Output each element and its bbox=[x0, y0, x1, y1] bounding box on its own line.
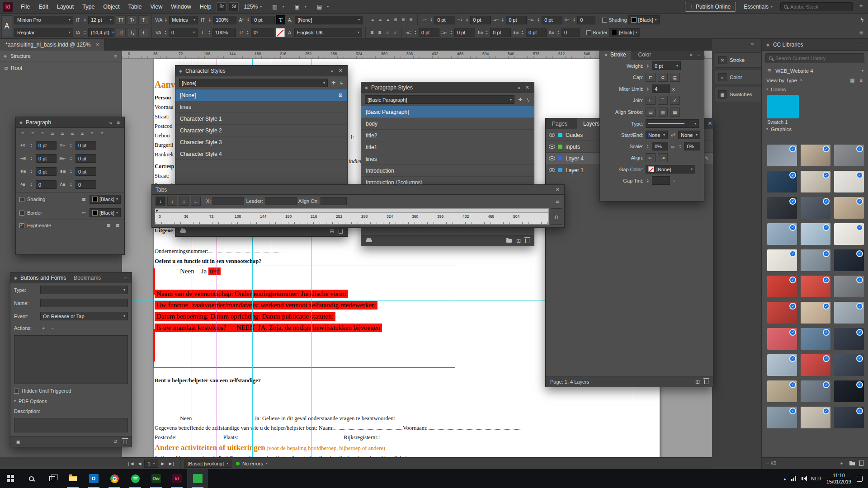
start-scale-field[interactable]: 0% bbox=[652, 142, 668, 150]
shading-checkbox[interactable] bbox=[19, 197, 24, 202]
round-cap-button[interactable]: ⊂ bbox=[658, 73, 668, 82]
graphics-section-header[interactable]: ▾Graphics bbox=[762, 125, 868, 134]
stepper-icon[interactable] bbox=[69, 183, 73, 187]
space-before-field[interactable]: 0 pt bbox=[506, 16, 527, 24]
stock-button[interactable]: St bbox=[229, 2, 239, 11]
page-number-select[interactable]: 1▾ bbox=[144, 460, 158, 468]
library-graphic-thumbnail[interactable]: ✓ bbox=[834, 354, 864, 376]
link-icon[interactable]: ∞ bbox=[670, 144, 676, 149]
doc-line[interactable]: Uitgeoe bbox=[155, 227, 173, 234]
character-style-item[interactable]: Character Style 1 bbox=[175, 113, 347, 125]
collapse-icon[interactable]: « bbox=[330, 68, 335, 74]
leader-input[interactable] bbox=[265, 197, 297, 205]
font-size-field[interactable]: 12 pt▾ bbox=[88, 16, 114, 24]
menu-window[interactable]: Window bbox=[167, 0, 195, 14]
expand-dock-icon[interactable]: « bbox=[751, 41, 754, 46]
hidden-until-triggered-checkbox[interactable] bbox=[14, 389, 19, 394]
stepper-icon[interactable] bbox=[164, 18, 168, 22]
paragraph-style-item[interactable]: Introduction bbox=[361, 165, 534, 177]
add-action-icon[interactable]: ＋ bbox=[40, 325, 47, 331]
trash-icon[interactable] bbox=[123, 440, 127, 444]
character-formatting-proxy[interactable]: A bbox=[1, 15, 12, 37]
menu-help[interactable]: Help bbox=[196, 0, 216, 14]
language-indicator[interactable]: NLD bbox=[811, 476, 821, 481]
stepper-icon[interactable] bbox=[69, 156, 73, 161]
eye-icon[interactable] bbox=[549, 145, 555, 149]
stepper-icon[interactable] bbox=[69, 143, 73, 148]
stepper-icon[interactable] bbox=[29, 169, 33, 174]
character-style-select[interactable]: [None]▾ bbox=[295, 16, 363, 24]
previous-page-button[interactable]: ◀ bbox=[137, 461, 142, 466]
shading-checkbox[interactable] bbox=[602, 18, 607, 23]
gegevens-line[interactable]: Gegevens betreffende de zelfstandige van… bbox=[155, 425, 520, 432]
stepper-icon[interactable] bbox=[646, 87, 650, 91]
projecting-cap-button[interactable]: ⊑ bbox=[670, 73, 680, 82]
tab-stroke[interactable]: Stroke bbox=[610, 52, 626, 58]
last-line-indent-field[interactable]: 0 pt bbox=[454, 28, 475, 37]
doc-line[interactable]: Voornaa bbox=[155, 104, 173, 111]
chevron-up-icon[interactable]: ▴ bbox=[783, 476, 786, 481]
stepper-icon[interactable] bbox=[536, 18, 540, 22]
stepper-icon[interactable] bbox=[208, 18, 212, 22]
library-graphic-thumbnail[interactable]: ✓ bbox=[834, 223, 864, 245]
decimal-tab-stop-button[interactable]: ↓. bbox=[191, 197, 201, 206]
neen-option[interactable]: Neen bbox=[180, 415, 192, 422]
justify-center-icon[interactable]: ≣ bbox=[59, 130, 66, 136]
menu-icon[interactable]: ≡ bbox=[697, 52, 701, 57]
outlook-button[interactable]: O bbox=[83, 469, 104, 488]
library-graphic-thumbnail[interactable]: ✓ bbox=[834, 197, 864, 219]
doc-line[interactable]: Straat: bbox=[155, 173, 170, 179]
shading-color-select[interactable]: [Black]▾ bbox=[628, 15, 660, 24]
remove-action-icon[interactable]: － bbox=[49, 325, 56, 331]
span-columns-icon[interactable]: ≡ bbox=[392, 29, 398, 36]
paragraph-style-item[interactable]: lines bbox=[361, 153, 534, 165]
preview-spread-icon[interactable]: ▣ bbox=[15, 439, 21, 445]
new-style-icon[interactable]: ⊞ bbox=[330, 229, 334, 234]
skew-field[interactable]: 0° bbox=[251, 28, 274, 37]
balance-columns-icon[interactable]: ≡ bbox=[384, 29, 391, 36]
preflight-status[interactable]: No errors▾ bbox=[233, 460, 270, 468]
close-icon[interactable]: × bbox=[96, 42, 99, 48]
left-indent-field[interactable]: 0 pt bbox=[36, 141, 57, 150]
stepper-icon[interactable] bbox=[413, 30, 417, 35]
style-group-folder-icon[interactable] bbox=[506, 239, 512, 243]
question-helper[interactable]: Bent u helper/helpster van een zelfstand… bbox=[155, 377, 261, 384]
stepper-icon[interactable] bbox=[29, 183, 33, 187]
list-view-icon[interactable]: ≡ bbox=[859, 78, 863, 83]
align-on-input[interactable] bbox=[321, 197, 347, 205]
andere-heading[interactable]: Andere activiteiten of uitkeringen (voor… bbox=[155, 443, 385, 452]
space-after-field[interactable]: 0 pt bbox=[542, 16, 562, 24]
first-page-button[interactable]: ❘◀ bbox=[126, 461, 135, 466]
indesign-button[interactable]: Id bbox=[166, 469, 187, 488]
gap-color-select[interactable]: [None]▾ bbox=[646, 165, 695, 174]
align-left-icon[interactable]: ≡ bbox=[369, 17, 376, 23]
doc-line[interactable]: Persoo bbox=[155, 94, 171, 101]
stepper-icon[interactable] bbox=[246, 18, 250, 22]
type-select[interactable]: ▾ bbox=[40, 286, 128, 294]
library-graphic-thumbnail[interactable]: ✓ bbox=[801, 223, 830, 245]
speaker-icon[interactable] bbox=[802, 477, 803, 480]
align-arrow-end-button[interactable]: ⇥ bbox=[658, 153, 668, 162]
arrange-documents-select[interactable]: ▤▾ bbox=[311, 2, 332, 12]
preflight-profile-select[interactable]: [Basic] [working]▾ bbox=[184, 460, 231, 468]
file-explorer-button[interactable] bbox=[62, 469, 83, 488]
paragraph-style-item[interactable]: [Basic Paragraph] bbox=[361, 106, 534, 118]
border-color-select[interactable]: [Black]▾ bbox=[609, 28, 640, 37]
miter-join-button[interactable]: ∟ bbox=[646, 96, 656, 105]
last-page-button[interactable]: ▶❘ bbox=[167, 461, 176, 466]
menu-object[interactable]: Object bbox=[99, 0, 123, 14]
bevel-join-button[interactable]: ∠ bbox=[670, 96, 680, 105]
zoom-level-select[interactable]: 125%▾ bbox=[240, 2, 265, 12]
lightning-icon[interactable]: ϟ bbox=[526, 97, 530, 103]
paragraph-style-item[interactable]: title2 bbox=[361, 130, 534, 141]
library-search[interactable] bbox=[765, 53, 864, 63]
structure-root-item[interactable]: ⧉ Root bbox=[0, 61, 122, 75]
menu-icon[interactable]: ≣ bbox=[555, 198, 561, 204]
stroke-color-tile[interactable] bbox=[276, 28, 285, 37]
current-paragraph-style-select[interactable]: [Basic Paragraph]▾ bbox=[365, 95, 514, 104]
dreamweaver-button[interactable]: Dw bbox=[146, 469, 166, 488]
library-graphic-thumbnail[interactable]: ✓ bbox=[767, 249, 797, 271]
tab-pages[interactable]: Pages bbox=[546, 118, 574, 129]
library-select[interactable]: ≣WEB_Website 4▾ bbox=[762, 66, 868, 75]
library-graphic-thumbnail[interactable]: ✓ bbox=[801, 171, 830, 192]
